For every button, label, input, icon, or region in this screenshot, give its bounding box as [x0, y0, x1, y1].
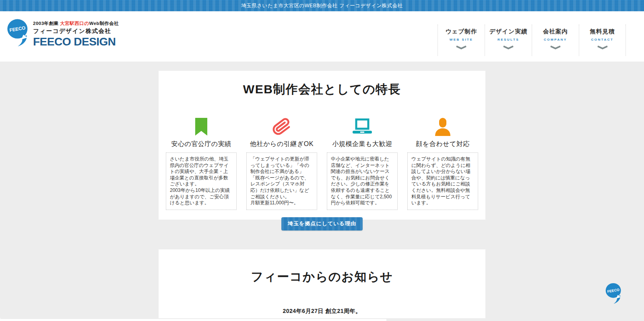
feature-col-government: 安心の官公庁の実績 さいたま市役所の他、埼玉県内の官公庁のウェブサイトの実績や、… [166, 117, 237, 210]
nav-item-label: 会社案内 [532, 28, 579, 35]
chevron-down-icon [597, 45, 608, 49]
feature-body: さいたま市役所の他、埼玉県内の官公庁のウェブサイトの実績や、大手企業・上場企業と… [166, 152, 237, 210]
feeco-bubble-icon [6, 18, 31, 48]
nav-item-sublabel: WEB SITE [438, 38, 485, 41]
news-section: フィーコからのお知らせ 2024年6月27日 創立21周年。 [159, 249, 485, 318]
chevron-down-icon [550, 45, 561, 49]
nav-item-company[interactable]: 会社案内 COMPANY [532, 25, 579, 56]
main-content: WEB制作会社としての特長 安心の官公庁の実績 さいたま市役所の他、埼玉県内の官… [0, 62, 644, 321]
nav-item-sublabel: COMPANY [532, 38, 579, 41]
topbar-text: 埼玉県さいたま市大宮区のWEB制作会社 フィーコデザイン株式会社 [241, 2, 402, 9]
logo-tagline-highlight: 大宮駅西口の [60, 21, 89, 26]
bookmark-icon [166, 117, 237, 136]
person-icon [407, 117, 478, 136]
saitama-reason-button[interactable]: 埼玉を拠点にしている理由 [281, 217, 363, 230]
feeco-floating-bubble-button[interactable] [605, 282, 623, 305]
feature-body: ウェブサイトの知識の有無に関わらず、どのように相談してよいか分からない場合や、契… [407, 152, 478, 210]
logo-tagline-suffix: Web制作会社 [89, 21, 119, 26]
site-header: 2003年創業 大宮駅西口のWeb制作会社 フィーコデザイン株式会社 FEECO… [0, 11, 644, 62]
feature-title: 顔を合わせて対応 [407, 140, 478, 148]
logo-company-name: フィーコデザイン株式会社 [33, 27, 119, 35]
news-title: フィーコからのお知らせ [159, 269, 485, 285]
nav-item-contact[interactable]: 無料見積 CONTACT [579, 25, 626, 56]
feature-body: 「ウェブサイトの更新が滞ってしまっている」「今の制作会社に不満がある」「既存ペー… [246, 152, 317, 210]
paperclip-icon [246, 117, 317, 136]
feature-title: 他社からの引継ぎOK [246, 140, 317, 148]
logo-text: 2003年創業 大宮駅西口のWeb制作会社 フィーコデザイン株式会社 FEECO… [33, 18, 119, 48]
nav-item-results[interactable]: デザイン実績 RESULTS [485, 25, 532, 56]
logo-brand: FEECO DESIGN [33, 35, 119, 48]
news-entry: 2024年6月27日 創立21周年。 [159, 308, 485, 315]
features-section: WEB制作会社としての特長 安心の官公庁の実績 さいたま市役所の他、埼玉県内の官… [159, 71, 485, 220]
feature-body: 中小企業や地元に密着した店舗など、インターネット関連の担当がいないケースでも、お… [327, 152, 398, 210]
logo-tagline-prefix: 2003年創業 [33, 21, 60, 26]
feature-title: 小規模企業も大歓迎 [327, 140, 398, 148]
nav-item-label: デザイン実績 [485, 28, 532, 35]
chevron-down-icon [503, 45, 514, 49]
feature-title: 安心の官公庁の実績 [166, 140, 237, 148]
feature-col-face-to-face: 顔を合わせて対応 ウェブサイトの知識の有無に関わらず、どのように相談してよいか分… [407, 117, 478, 210]
nav-item-sublabel: RESULTS [485, 38, 532, 41]
site-topbar: 埼玉県さいたま市大宮区のWEB制作会社 フィーコデザイン株式会社 [0, 0, 644, 11]
logo-tagline: 2003年創業 大宮駅西口のWeb制作会社 [33, 21, 119, 27]
main-nav: ウェブ制作 WEB SITE デザイン実績 RESULTS 会社案内 COMPA… [438, 25, 626, 56]
nav-item-label: 無料見積 [579, 28, 625, 35]
nav-item-web[interactable]: ウェブ制作 WEB SITE [438, 25, 485, 56]
feature-row: 安心の官公庁の実績 さいたま市役所の他、埼玉県内の官公庁のウェブサイトの実績や、… [166, 117, 478, 210]
chevron-down-icon [456, 45, 467, 49]
page: 埼玉県さいたま市大宮区のWEB制作会社 フィーコデザイン株式会社 2003年創業… [0, 0, 644, 321]
laptop-icon [327, 117, 398, 136]
site-logo[interactable]: 2003年創業 大宮駅西口のWeb制作会社 フィーコデザイン株式会社 FEECO… [6, 18, 119, 48]
nav-item-sublabel: CONTACT [579, 38, 625, 41]
window-bottom-edge [0, 319, 386, 321]
feature-col-small-business: 小規模企業も大歓迎 中小企業や地元に密着した店舗など、インターネット関連の担当が… [327, 117, 398, 210]
features-title: WEB制作会社としての特長 [166, 81, 478, 98]
feature-col-takeover: 他社からの引継ぎOK 「ウェブサイトの更新が滞ってしまっている」「今の制作会社に… [246, 117, 317, 210]
nav-item-label: ウェブ制作 [438, 28, 485, 35]
